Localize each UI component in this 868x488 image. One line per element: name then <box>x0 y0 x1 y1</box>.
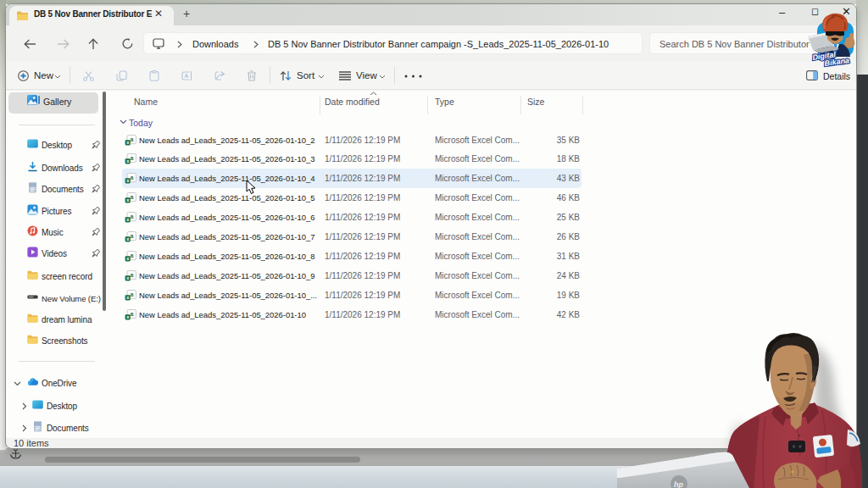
svg-text:a: a <box>131 233 134 239</box>
svg-text:a: a <box>131 252 134 258</box>
svg-text:a: a <box>131 194 134 200</box>
svg-text:a: a <box>131 155 134 161</box>
svg-text:a: a <box>131 311 134 317</box>
svg-text:a: a <box>131 214 134 219</box>
svg-text:hp: hp <box>674 480 683 488</box>
svg-text:a: a <box>131 175 134 180</box>
svg-text:a: a <box>131 291 134 297</box>
svg-text:a: a <box>131 272 134 278</box>
svg-text:a: a <box>131 136 134 142</box>
